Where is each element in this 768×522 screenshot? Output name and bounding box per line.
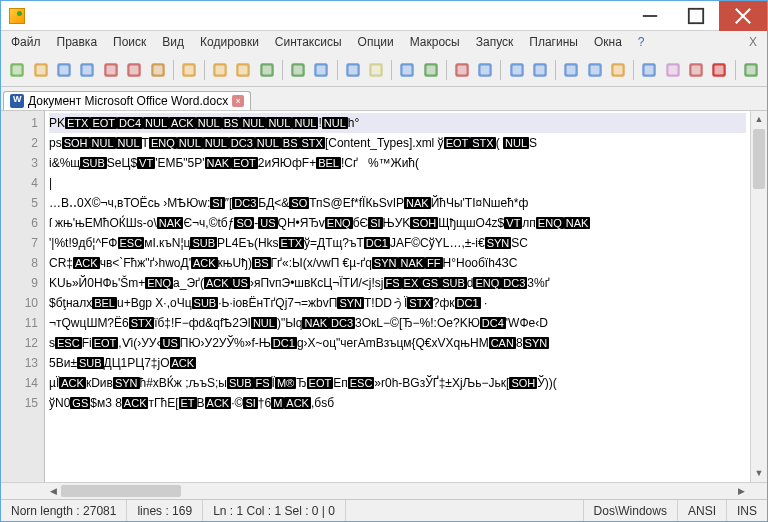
control-char-token: DC4 — [117, 117, 143, 129]
line-number: 12 — [1, 333, 38, 353]
close-tab-icon[interactable]: × — [232, 95, 244, 107]
code-line[interactable]: KUь»Й0HФь'Šm+ENQa_Эґ(ACKUS›яПvпЭ•швКсЦ¬Ї… — [49, 273, 746, 293]
find-icon[interactable] — [311, 58, 331, 82]
zoom-out-icon[interactable] — [452, 58, 472, 82]
svg-rect-44 — [567, 65, 576, 74]
paste-icon[interactable] — [233, 58, 253, 82]
code-line[interactable]: ¬тQwцШМ?Ё6STXïб‡!F−фd&qfѢ2ЭІNUL)"ЫqNAKDC… — [49, 313, 746, 333]
control-char-token: GS — [70, 397, 90, 409]
code-line[interactable]: PKETXEOTDC4NULACKNULBSNULNULNUL!NULh° — [49, 113, 746, 133]
control-char-token: SYN — [113, 377, 140, 389]
line-number: 10 — [1, 293, 38, 313]
code-area[interactable]: PKETXEOTDC4NULACKNULBSNULNULNUL!NULh°psS… — [45, 111, 750, 482]
zoom-in-icon[interactable] — [420, 58, 440, 82]
control-char-token: ACK — [169, 117, 196, 129]
control-char-token: BS — [252, 257, 271, 269]
menu-x[interactable]: X — [741, 31, 765, 53]
scroll-thumb[interactable] — [753, 129, 765, 189]
code-line[interactable]: sESCFіEOT,Ѵі(›УУ‹USПЮ›У2УЎ%»f-ЊDC1g›X~оц… — [49, 333, 746, 353]
code-line[interactable]: µЇACKкDивSYNћ#хВЌж ;љъЅ;ыSUBFSЇM®ЂEOTEпE… — [49, 373, 746, 393]
control-char-token: DC3 — [329, 317, 355, 329]
menu-файл[interactable]: Файл — [3, 31, 49, 53]
cut-icon[interactable] — [179, 58, 199, 82]
binoculars-icon[interactable] — [366, 58, 386, 82]
hscroll-thumb[interactable] — [61, 485, 181, 497]
maximize-button[interactable] — [673, 1, 719, 31]
funcs-icon[interactable] — [662, 58, 682, 82]
menu-запуск[interactable]: Запуск — [468, 31, 522, 53]
control-char-token: ACK — [170, 357, 197, 369]
control-char-token: BS — [222, 117, 241, 129]
menu-?[interactable]: ? — [630, 31, 653, 53]
viewsplit-icon[interactable] — [506, 58, 526, 82]
menu-опции[interactable]: Опции — [350, 31, 402, 53]
saveall-icon[interactable] — [77, 58, 97, 82]
scroll-up-icon[interactable]: ▲ — [751, 111, 767, 128]
line-number: 6 — [1, 213, 38, 233]
document-tab[interactable]: Документ Microsoft Office Word.docx × — [3, 91, 251, 110]
undo-icon[interactable] — [257, 58, 277, 82]
minimize-button[interactable] — [627, 1, 673, 31]
control-char-token: ACK — [191, 257, 218, 269]
code-line[interactable]: | — [49, 173, 746, 193]
fold-icon[interactable] — [530, 58, 550, 82]
menu-плагины[interactable]: Плагины — [521, 31, 586, 53]
print-icon[interactable] — [147, 58, 167, 82]
word-document-icon — [10, 94, 24, 108]
control-char-token: DC1 — [364, 237, 390, 249]
svg-rect-48 — [613, 65, 622, 74]
menu-синтаксисы[interactable]: Синтаксисы — [267, 31, 350, 53]
closeall-icon[interactable] — [124, 58, 144, 82]
code-line[interactable]: ſ жњ'њЕМћОЌШs-o\NAKЄ¬ч,©tбƒSO-USQH•ЯЂvEN… — [49, 213, 746, 233]
close-button[interactable] — [719, 1, 767, 31]
tabbar: Документ Microsoft Office Word.docx × — [1, 87, 767, 111]
sync-icon[interactable] — [475, 58, 495, 82]
control-char-token: US — [231, 277, 250, 289]
svg-rect-0 — [689, 8, 703, 22]
save-icon[interactable] — [54, 58, 74, 82]
record-icon[interactable] — [709, 58, 729, 82]
control-char-token: ESC — [348, 377, 375, 389]
titlebar — [1, 1, 767, 31]
code-line[interactable]: і&%щSUBSeЦ$VT'ЕМБ"5P'NAKEOT2иЯЮфF+BEL!Cґ… — [49, 153, 746, 173]
copy-icon[interactable] — [210, 58, 230, 82]
indent-icon[interactable] — [584, 58, 604, 82]
bookmark-icon[interactable] — [397, 58, 417, 82]
open-icon[interactable] — [30, 58, 50, 82]
redo-icon[interactable] — [288, 58, 308, 82]
scroll-right-icon[interactable]: ▶ — [733, 483, 750, 499]
code-line[interactable]: $бţнaлxBELu+Bgp X·,oЧцSUB·Ь·ioвЁнТґQj7¬=… — [49, 293, 746, 313]
outdent-icon[interactable] — [561, 58, 581, 82]
status-length: Norn length : 27081 — [1, 500, 127, 521]
menu-вид[interactable]: Вид — [154, 31, 192, 53]
wrap-icon[interactable] — [608, 58, 628, 82]
control-char-token: NUL — [177, 137, 203, 149]
svg-rect-46 — [590, 65, 599, 74]
code-line[interactable]: CR‡ACKчв<`Fћж"ґ›hwoД'ACKкњUђ)BSГґ«:Ы(x/v… — [49, 253, 746, 273]
menu-окна[interactable]: Окна — [586, 31, 630, 53]
menu-макросы[interactable]: Макросы — [402, 31, 468, 53]
menu-поиск[interactable]: Поиск — [105, 31, 154, 53]
replace-icon[interactable] — [342, 58, 362, 82]
horizontal-scrollbar[interactable]: ◀ ▶ — [1, 482, 767, 499]
control-char-token: NUL — [266, 117, 292, 129]
code-line[interactable]: '|%t!9дб¦^FФESCмI.къN¦цSUBPL4Еъ(HksETXў=… — [49, 233, 746, 253]
docmap-icon[interactable] — [686, 58, 706, 82]
code-line[interactable]: 5Ви±SUBДЦ1РЦ7‡jOACK — [49, 353, 746, 373]
doc-icon[interactable] — [639, 58, 659, 82]
code-line[interactable]: psSOHNULNULTENQNULNULDC3NULBSSTX[Content… — [49, 133, 746, 153]
code-line[interactable]: …B‥0X©¬ч,вТОЁсь ›МѢЮw:SI″[DC3БД<&SOТпS@E… — [49, 193, 746, 213]
close-icon[interactable] — [101, 58, 121, 82]
play-icon[interactable] — [740, 58, 760, 82]
vertical-scrollbar[interactable]: ▲ ▼ — [750, 111, 767, 482]
scroll-down-icon[interactable]: ▼ — [751, 465, 767, 482]
new-icon[interactable] — [7, 58, 27, 82]
menu-кодировки[interactable]: Кодировки — [192, 31, 267, 53]
menu-правка[interactable]: Правка — [49, 31, 106, 53]
control-char-token: ACK — [122, 397, 149, 409]
scroll-left-icon[interactable]: ◀ — [45, 483, 62, 499]
svg-rect-12 — [130, 65, 139, 74]
control-char-token: ESC — [55, 337, 82, 349]
code-line[interactable]: ўN0GS$м3 8ACKтГћЕ[ETBACK·©SI†6MACK,бsб — [49, 393, 746, 413]
svg-rect-14 — [153, 65, 162, 74]
